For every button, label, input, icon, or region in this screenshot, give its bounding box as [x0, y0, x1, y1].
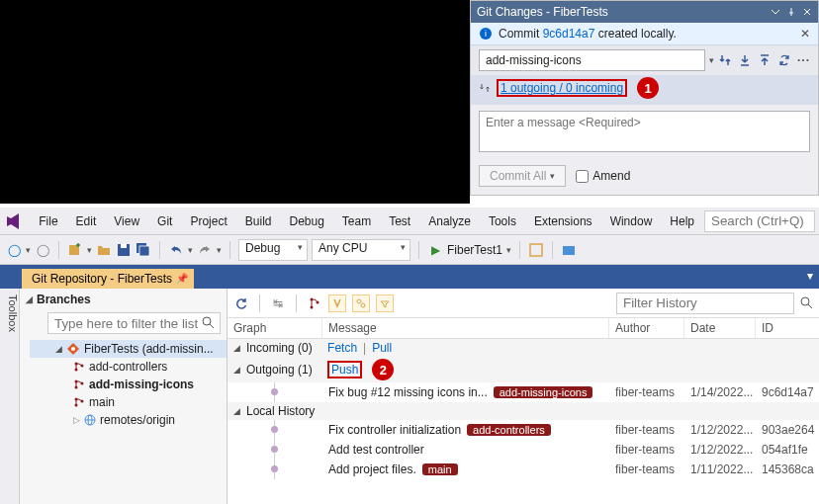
- back-icon[interactable]: ◯: [6, 242, 22, 258]
- branch-selector-row: add-missing-icons ▾ ···: [471, 45, 818, 75]
- menu-team[interactable]: Team: [334, 210, 379, 232]
- menu-test[interactable]: Test: [381, 210, 418, 232]
- commit-row[interactable]: Add project files.main fiber-teams 1/11/…: [228, 460, 819, 479]
- forward-icon[interactable]: ◯: [35, 242, 50, 258]
- remotes-node[interactable]: ▷ remotes/origin: [30, 411, 227, 429]
- incoming-group[interactable]: ◢ Incoming (0) Fetch | Pull: [228, 339, 819, 357]
- outgoing-incoming-link[interactable]: 1 outgoing / 0 incoming: [497, 79, 627, 97]
- col-id[interactable]: ID: [756, 318, 819, 338]
- branch-item-current[interactable]: add-missing-icons: [30, 376, 227, 393]
- menu-analyze[interactable]: Analyze: [420, 210, 479, 232]
- git-changes-titlebar[interactable]: Git Changes - FiberTests: [471, 1, 818, 23]
- sync-status-icon: [479, 82, 491, 94]
- branch-dropdown-arrow[interactable]: ▾: [709, 55, 714, 65]
- undo-icon[interactable]: [168, 242, 184, 258]
- branch-tag: main: [422, 463, 458, 475]
- col-graph[interactable]: Graph: [228, 318, 322, 338]
- hist-tool-icon[interactable]: ↹: [270, 295, 286, 311]
- dropdown-icon[interactable]: [771, 7, 780, 17]
- svg-point-26: [361, 303, 365, 307]
- history-columns: Graph Message Author Date ID: [228, 318, 819, 339]
- history-panel: ↹ Graph Message Author Date ID ◢ Incomin…: [228, 289, 819, 504]
- push-icon[interactable]: [758, 53, 772, 67]
- start-icon[interactable]: ▶: [427, 242, 443, 258]
- branch-icon: [73, 378, 85, 390]
- amend-checkbox-input[interactable]: [576, 170, 589, 183]
- history-filter-input[interactable]: [616, 293, 794, 314]
- col-message[interactable]: Message: [322, 318, 609, 338]
- svg-rect-7: [530, 244, 542, 256]
- svg-text:i: i: [485, 29, 487, 39]
- menu-build[interactable]: Build: [237, 210, 280, 232]
- menu-tools[interactable]: Tools: [481, 210, 524, 232]
- git-changes-panel: Git Changes - FiberTests i Commit 9c6d14…: [470, 0, 819, 196]
- close-icon[interactable]: [802, 7, 812, 17]
- filter-box-3[interactable]: [376, 294, 394, 312]
- pin-icon[interactable]: [786, 7, 796, 17]
- branches-header[interactable]: ◢ Branches: [20, 289, 227, 310]
- branch-dropdown[interactable]: add-missing-icons: [479, 49, 705, 71]
- pin-icon[interactable]: 📌: [176, 273, 188, 284]
- redo-icon[interactable]: [197, 242, 213, 258]
- menu-project[interactable]: Project: [182, 210, 234, 232]
- more-icon[interactable]: ···: [797, 53, 810, 67]
- menu-view[interactable]: View: [106, 210, 147, 232]
- commit-row[interactable]: Add test controller fiber-teams 1/12/202…: [228, 440, 819, 460]
- branch-filter-input[interactable]: [47, 312, 221, 334]
- repo-node[interactable]: ◢ FiberTests (add-missin...: [30, 340, 227, 358]
- svg-point-25: [357, 299, 361, 303]
- pull-icon[interactable]: [738, 53, 752, 67]
- commit-hash-link[interactable]: 9c6d14a7: [543, 27, 595, 41]
- tool-icon-2[interactable]: [561, 242, 577, 258]
- branch-item[interactable]: main: [30, 393, 227, 411]
- commit-row[interactable]: Fix controller initializationadd-control…: [228, 420, 819, 440]
- pull-link[interactable]: Pull: [372, 341, 392, 355]
- branch-item[interactable]: add-controllers: [30, 358, 227, 376]
- save-icon[interactable]: [116, 242, 132, 258]
- fetch-link[interactable]: Fetch: [327, 341, 357, 355]
- sync-icon[interactable]: [777, 53, 791, 67]
- toolbox-side-tab[interactable]: Toolbox: [0, 289, 20, 504]
- amend-checkbox[interactable]: Amend: [576, 169, 630, 183]
- notice-close-icon[interactable]: ✕: [800, 27, 810, 41]
- start-target[interactable]: FiberTest1: [447, 243, 502, 257]
- commit-row[interactable]: Fix bug #12 missing icons in...add-missi…: [228, 382, 819, 402]
- tab-overflow-icon[interactable]: ▾: [807, 269, 813, 283]
- menu-edit[interactable]: Edit: [68, 210, 105, 232]
- menu-file[interactable]: File: [31, 210, 65, 232]
- menu-debug[interactable]: Debug: [281, 210, 331, 232]
- local-history-group[interactable]: ◢ Local History: [228, 402, 819, 420]
- branch-icon: [73, 396, 85, 408]
- tab-git-repository[interactable]: Git Repository - FiberTests 📌: [22, 269, 194, 289]
- menu-help[interactable]: Help: [662, 210, 702, 232]
- svg-rect-8: [563, 246, 575, 255]
- notice-text: Commit 9c6d14a7 created locally.: [499, 27, 677, 41]
- search-icon[interactable]: [202, 316, 215, 329]
- menu-git[interactable]: Git: [149, 210, 180, 232]
- push-link[interactable]: Push: [327, 361, 362, 378]
- save-all-icon[interactable]: [136, 242, 151, 258]
- menu-extensions[interactable]: Extensions: [526, 210, 600, 232]
- filter-box-2[interactable]: [352, 294, 370, 312]
- svg-point-10: [71, 347, 75, 351]
- global-search-input[interactable]: [704, 210, 815, 232]
- branch-icon: [73, 361, 85, 373]
- search-icon[interactable]: [800, 296, 813, 309]
- callout-badge-2: 2: [372, 359, 394, 380]
- vs-logo-icon[interactable]: [4, 210, 25, 232]
- config-dropdown[interactable]: Debug: [238, 239, 308, 261]
- branch-graph-icon[interactable]: [307, 295, 322, 311]
- commit-all-button[interactable]: Commit All ▾: [479, 165, 566, 187]
- refresh-icon[interactable]: [233, 295, 249, 311]
- filter-box-1[interactable]: [328, 294, 346, 312]
- tool-icon-1[interactable]: [528, 242, 544, 258]
- col-date[interactable]: Date: [684, 318, 756, 338]
- commit-message-input[interactable]: [479, 111, 810, 152]
- open-icon[interactable]: [96, 242, 112, 258]
- platform-dropdown[interactable]: Any CPU: [312, 239, 410, 261]
- col-author[interactable]: Author: [609, 318, 684, 338]
- menu-window[interactable]: Window: [602, 210, 661, 232]
- fetch-icon[interactable]: [718, 53, 732, 67]
- new-project-icon[interactable]: [67, 242, 83, 258]
- outgoing-group[interactable]: ◢ Outgoing (1) Push 2: [228, 357, 819, 382]
